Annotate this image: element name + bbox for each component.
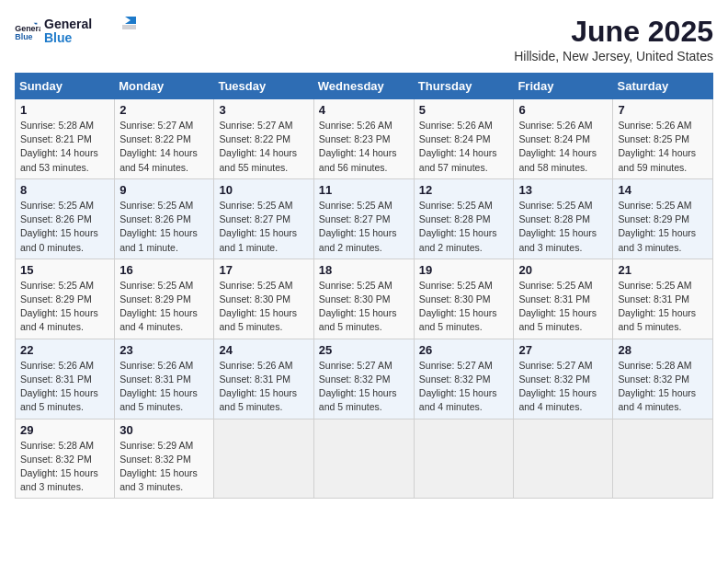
calendar-day-cell: 5Sunrise: 5:26 AMSunset: 8:24 PMDaylight… [414, 99, 514, 179]
day-info: Sunrise: 5:26 AMSunset: 8:25 PMDaylight:… [618, 119, 708, 175]
day-info: Sunrise: 5:25 AMSunset: 8:26 PMDaylight:… [20, 199, 109, 255]
day-info: Sunrise: 5:25 AMSunset: 8:28 PMDaylight:… [419, 199, 509, 255]
day-number: 17 [219, 263, 308, 277]
calendar-day-cell: 2Sunrise: 5:27 AMSunset: 8:22 PMDaylight… [115, 99, 214, 179]
calendar-day-cell: 23Sunrise: 5:26 AMSunset: 8:31 PMDayligh… [115, 339, 214, 419]
svg-text:General: General [44, 17, 92, 31]
day-number: 30 [119, 423, 209, 437]
calendar-week-row: 1Sunrise: 5:28 AMSunset: 8:21 PMDaylight… [16, 99, 713, 179]
calendar-table: SundayMondayTuesdayWednesdayThursdayFrid… [15, 73, 713, 499]
month-title: June 2025 [514, 15, 713, 49]
day-number: 13 [518, 183, 608, 197]
calendar-day-cell: 20Sunrise: 5:25 AMSunset: 8:31 PMDayligh… [514, 259, 613, 339]
calendar-week-row: 22Sunrise: 5:26 AMSunset: 8:31 PMDayligh… [16, 339, 713, 419]
calendar-day-cell: 24Sunrise: 5:26 AMSunset: 8:31 PMDayligh… [214, 339, 313, 419]
svg-marker-6 [122, 25, 136, 29]
day-info: Sunrise: 5:25 AMSunset: 8:30 PMDaylight:… [419, 279, 509, 335]
day-number: 3 [219, 103, 308, 117]
calendar-day-cell [214, 419, 313, 499]
day-number: 7 [618, 103, 708, 117]
calendar-day-cell: 18Sunrise: 5:25 AMSunset: 8:30 PMDayligh… [313, 259, 414, 339]
day-number: 9 [119, 183, 209, 197]
day-info: Sunrise: 5:25 AMSunset: 8:29 PMDaylight:… [119, 279, 209, 335]
day-number: 25 [319, 343, 409, 357]
day-number: 26 [419, 343, 509, 357]
day-info: Sunrise: 5:28 AMSunset: 8:21 PMDaylight:… [20, 119, 109, 175]
day-info: Sunrise: 5:27 AMSunset: 8:32 PMDaylight:… [319, 359, 409, 415]
day-info: Sunrise: 5:25 AMSunset: 8:29 PMDaylight:… [618, 199, 708, 255]
calendar-day-cell: 25Sunrise: 5:27 AMSunset: 8:32 PMDayligh… [313, 339, 414, 419]
calendar-week-row: 15Sunrise: 5:25 AMSunset: 8:29 PMDayligh… [16, 259, 713, 339]
calendar-day-cell: 21Sunrise: 5:25 AMSunset: 8:31 PMDayligh… [613, 259, 713, 339]
day-info: Sunrise: 5:26 AMSunset: 8:31 PMDaylight:… [219, 359, 308, 415]
logo-icon: General Blue [15, 22, 40, 42]
day-number: 21 [618, 263, 708, 277]
day-number: 18 [319, 263, 409, 277]
calendar-day-cell: 17Sunrise: 5:25 AMSunset: 8:30 PMDayligh… [214, 259, 313, 339]
day-number: 16 [119, 263, 209, 277]
day-number: 2 [119, 103, 209, 117]
calendar-day-cell: 1Sunrise: 5:28 AMSunset: 8:21 PMDaylight… [16, 99, 115, 179]
day-info: Sunrise: 5:27 AMSunset: 8:22 PMDaylight:… [119, 119, 209, 175]
calendar-week-row: 8Sunrise: 5:25 AMSunset: 8:26 PMDaylight… [16, 178, 713, 259]
day-number: 19 [419, 263, 509, 277]
day-number: 4 [319, 103, 409, 117]
calendar-day-cell: 3Sunrise: 5:27 AMSunset: 8:22 PMDaylight… [214, 99, 313, 179]
page-header: General Blue General Blue June 2025 Hill… [15, 15, 713, 63]
svg-text:Blue: Blue [15, 32, 32, 41]
day-number: 27 [518, 343, 608, 357]
calendar-day-cell: 30Sunrise: 5:29 AMSunset: 8:32 PMDayligh… [115, 419, 214, 499]
calendar-day-cell [514, 419, 613, 499]
calendar-day-cell: 29Sunrise: 5:28 AMSunset: 8:32 PMDayligh… [16, 419, 115, 499]
calendar-header-friday: Friday [514, 74, 613, 99]
title-block: June 2025 Hillside, New Jersey, United S… [514, 15, 713, 63]
day-info: Sunrise: 5:25 AMSunset: 8:29 PMDaylight:… [20, 279, 109, 335]
calendar-header-row: SundayMondayTuesdayWednesdayThursdayFrid… [16, 74, 713, 99]
calendar-day-cell: 16Sunrise: 5:25 AMSunset: 8:29 PMDayligh… [115, 259, 214, 339]
day-number: 29 [20, 423, 109, 437]
calendar-day-cell: 28Sunrise: 5:28 AMSunset: 8:32 PMDayligh… [613, 339, 713, 419]
day-number: 22 [20, 343, 109, 357]
day-info: Sunrise: 5:26 AMSunset: 8:31 PMDaylight:… [119, 359, 209, 415]
calendar-day-cell: 14Sunrise: 5:25 AMSunset: 8:29 PMDayligh… [613, 178, 713, 259]
calendar-day-cell: 22Sunrise: 5:26 AMSunset: 8:31 PMDayligh… [16, 339, 115, 419]
calendar-header-wednesday: Wednesday [313, 74, 414, 99]
calendar-header-monday: Monday [115, 74, 214, 99]
calendar-day-cell: 6Sunrise: 5:26 AMSunset: 8:24 PMDaylight… [514, 99, 613, 179]
calendar-day-cell: 15Sunrise: 5:25 AMSunset: 8:29 PMDayligh… [16, 259, 115, 339]
day-info: Sunrise: 5:25 AMSunset: 8:26 PMDaylight:… [119, 199, 209, 255]
svg-text:General: General [15, 24, 40, 33]
calendar-day-cell: 10Sunrise: 5:25 AMSunset: 8:27 PMDayligh… [214, 178, 313, 259]
day-number: 15 [20, 263, 109, 277]
location-title: Hillside, New Jersey, United States [514, 49, 713, 63]
calendar-header-tuesday: Tuesday [214, 74, 313, 99]
calendar-day-cell: 4Sunrise: 5:26 AMSunset: 8:23 PMDaylight… [313, 99, 414, 179]
svg-text:Blue: Blue [44, 30, 73, 45]
day-info: Sunrise: 5:25 AMSunset: 8:30 PMDaylight:… [319, 279, 409, 335]
day-info: Sunrise: 5:28 AMSunset: 8:32 PMDaylight:… [618, 359, 708, 415]
day-info: Sunrise: 5:27 AMSunset: 8:22 PMDaylight:… [219, 119, 308, 175]
day-info: Sunrise: 5:27 AMSunset: 8:32 PMDaylight:… [419, 359, 509, 415]
day-info: Sunrise: 5:25 AMSunset: 8:27 PMDaylight:… [319, 199, 409, 255]
day-info: Sunrise: 5:25 AMSunset: 8:31 PMDaylight:… [518, 279, 608, 335]
day-number: 1 [20, 103, 109, 117]
day-info: Sunrise: 5:25 AMSunset: 8:28 PMDaylight:… [518, 199, 608, 255]
day-info: Sunrise: 5:27 AMSunset: 8:32 PMDaylight:… [518, 359, 608, 415]
day-number: 28 [618, 343, 708, 357]
day-number: 24 [219, 343, 308, 357]
calendar-day-cell: 19Sunrise: 5:25 AMSunset: 8:30 PMDayligh… [414, 259, 514, 339]
calendar-header-sunday: Sunday [16, 74, 115, 99]
calendar-day-cell: 12Sunrise: 5:25 AMSunset: 8:28 PMDayligh… [414, 178, 514, 259]
calendar-day-cell [414, 419, 514, 499]
day-number: 8 [20, 183, 109, 197]
day-number: 20 [518, 263, 608, 277]
day-number: 10 [219, 183, 308, 197]
calendar-day-cell: 8Sunrise: 5:25 AMSunset: 8:26 PMDaylight… [16, 178, 115, 259]
day-info: Sunrise: 5:26 AMSunset: 8:24 PMDaylight:… [518, 119, 608, 175]
calendar-day-cell: 11Sunrise: 5:25 AMSunset: 8:27 PMDayligh… [313, 178, 414, 259]
svg-marker-5 [125, 17, 136, 24]
calendar-day-cell: 7Sunrise: 5:26 AMSunset: 8:25 PMDaylight… [613, 99, 713, 179]
day-info: Sunrise: 5:25 AMSunset: 8:30 PMDaylight:… [219, 279, 308, 335]
logo-swoosh-icon: General Blue [44, 15, 136, 46]
calendar-day-cell: 13Sunrise: 5:25 AMSunset: 8:28 PMDayligh… [514, 178, 613, 259]
